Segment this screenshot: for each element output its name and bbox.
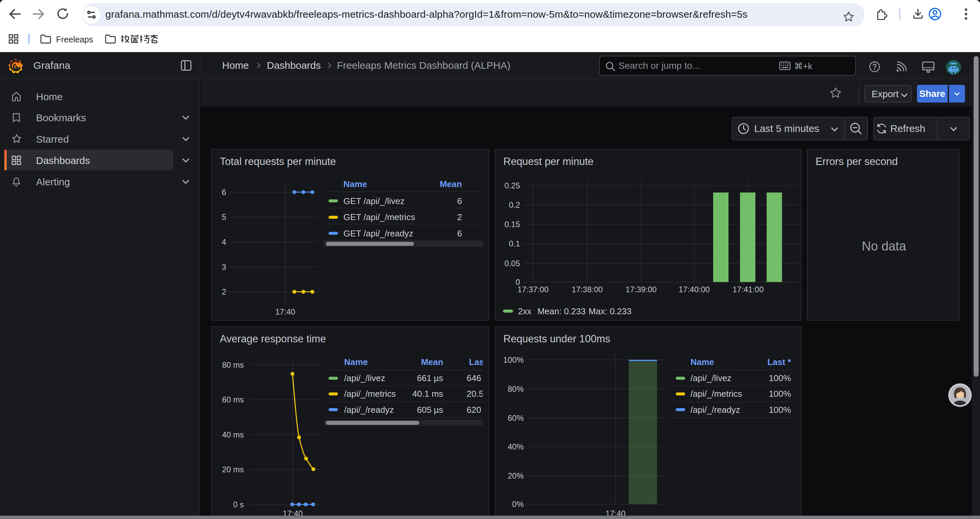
svg-text:4: 4 bbox=[222, 238, 226, 246]
svg-text:20%: 20% bbox=[508, 471, 524, 480]
svg-text:17:39:00: 17:39:00 bbox=[625, 285, 657, 294]
svg-text:80%: 80% bbox=[508, 385, 524, 393]
svg-text:0.1: 0.1 bbox=[509, 239, 520, 248]
svg-text:0.2: 0.2 bbox=[509, 200, 520, 209]
svg-text:5: 5 bbox=[222, 212, 226, 222]
svg-text:80 ms: 80 ms bbox=[222, 360, 244, 369]
svg-text:0 s: 0 s bbox=[233, 500, 244, 509]
svg-text:40 ms: 40 ms bbox=[222, 430, 244, 439]
svg-text:17:38:00: 17:38:00 bbox=[572, 285, 603, 294]
svg-text:60%: 60% bbox=[508, 414, 524, 423]
svg-text:3: 3 bbox=[222, 262, 226, 271]
svg-text:17:37:00: 17:37:00 bbox=[517, 285, 548, 294]
svg-text:17:40: 17:40 bbox=[605, 509, 625, 516]
svg-text:2: 2 bbox=[222, 287, 226, 296]
svg-text:17:41:00: 17:41:00 bbox=[732, 285, 764, 294]
svg-text:17:40:00: 17:40:00 bbox=[678, 285, 710, 294]
svg-text:17:40: 17:40 bbox=[283, 509, 303, 516]
svg-text:40%: 40% bbox=[508, 442, 524, 451]
svg-text:0%: 0% bbox=[512, 500, 524, 509]
svg-text:60 ms: 60 ms bbox=[222, 395, 244, 404]
svg-text:17:40: 17:40 bbox=[275, 307, 295, 316]
svg-text:0.15: 0.15 bbox=[504, 220, 520, 229]
svg-text:0.25: 0.25 bbox=[504, 181, 520, 190]
svg-text:6: 6 bbox=[222, 188, 226, 197]
svg-text:20 ms: 20 ms bbox=[222, 465, 244, 474]
svg-text:0.05: 0.05 bbox=[504, 259, 520, 268]
svg-text:100%: 100% bbox=[503, 355, 524, 364]
